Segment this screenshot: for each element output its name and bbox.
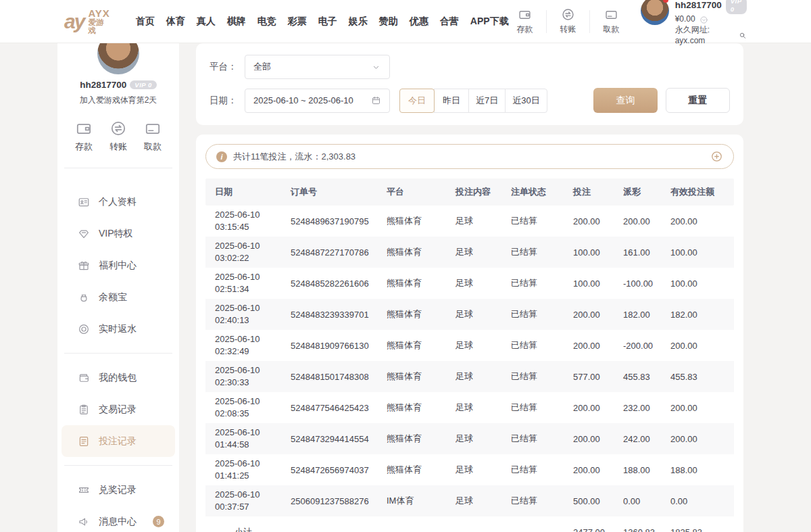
sidebar-item-label: 实时返水 — [99, 323, 137, 335]
range-button-昨日[interactable]: 昨日 — [434, 89, 469, 113]
sidebar-item-label: 余额宝 — [99, 291, 127, 304]
search-button[interactable]: 查询 — [593, 88, 658, 113]
cell-valid-amount: 200.00 — [661, 403, 734, 413]
cell-bet-content: 足球 — [446, 402, 501, 414]
nav-item[interactable]: APP下载 — [470, 16, 509, 28]
sidebar-item-prize-records[interactable]: 兑奖记录 — [62, 474, 175, 506]
nav-item[interactable]: 电子 — [318, 16, 337, 28]
table-subtotal-row: 小计————2477.001360.831825.83 — [205, 516, 734, 532]
header-action-label: 转账 — [560, 24, 576, 35]
header-action-transfer[interactable]: 转账 — [552, 7, 584, 35]
cell-bet-content: 足球 — [446, 370, 501, 383]
main-content: 平台： 全部 日期： 2025-06-10 ~ 2025-06-10 今日昨日近… — [196, 43, 743, 532]
nav-item[interactable]: 真人 — [197, 16, 216, 28]
sidebar-item-bet-records[interactable]: 投注记录 — [62, 425, 175, 457]
cell-date: 2025-06-1001:41:25 — [205, 458, 281, 481]
wallet-icon — [75, 120, 93, 137]
cell-order-number: 5248481501748308 — [281, 372, 377, 382]
main-nav: 首页体育真人棋牌电竞彩票电子娱乐赞助优惠合营APP下载 — [136, 16, 509, 28]
sidebar-item-wallet[interactable]: 我的钱包 — [62, 362, 175, 393]
sidebar-item-label: 消息中心 — [99, 516, 137, 528]
avatar[interactable] — [641, 0, 669, 25]
cell-order-number: 5248485282261606 — [281, 279, 377, 289]
header-action-deposit[interactable]: 存款 — [509, 7, 541, 35]
cell-valid-amount: 100.00 — [661, 247, 734, 258]
header-action-withdraw[interactable]: 取款 — [595, 7, 627, 35]
cell-bet-amount: 200.00 — [564, 310, 614, 320]
plus-circle-icon[interactable] — [710, 150, 723, 163]
unread-badge: 9 — [153, 516, 164, 527]
search-icon[interactable] — [739, 31, 747, 40]
nav-item[interactable]: 电竞 — [257, 16, 276, 28]
table-row: 2025-06-1003:15:455248489637190795熊猫体育足球… — [205, 205, 734, 237]
subtotal-label: 小计 — [205, 526, 281, 532]
range-button-今日[interactable]: 今日 — [399, 89, 435, 113]
sidebar-item-rebate[interactable]: 实时返水 — [62, 313, 175, 345]
sidebar-item-label: 个人资料 — [99, 196, 137, 208]
cell-order-number: 5248487227170786 — [281, 247, 377, 258]
divider — [64, 465, 172, 466]
cell-bet-amount: 100.00 — [564, 247, 614, 258]
sidebar-item-welfare[interactable]: 福利中心 — [62, 249, 175, 281]
nav-item[interactable]: 首页 — [136, 16, 155, 28]
welfare-icon — [78, 260, 90, 272]
cell-valid-amount: 200.00 — [661, 434, 734, 444]
reset-button[interactable]: 重置 — [666, 88, 730, 113]
cell-platform: 熊猫体育 — [377, 339, 446, 352]
cell-status: 已结算 — [501, 433, 564, 445]
sidebar-menu: 个人资料VIP特权福利中心余额宝实时返水我的钱包交易记录投注记录兑奖记录消息中心… — [57, 186, 179, 532]
range-button-近7日[interactable]: 近7日 — [468, 89, 506, 113]
table-row: 2025-06-1003:02:225248487227170786熊猫体育足球… — [205, 237, 734, 268]
brand-logo[interactable]: ay AYX 爱游戏 — [64, 8, 110, 35]
cell-bet-amount: 200.00 — [564, 216, 614, 226]
balance-chevron-icon[interactable] — [699, 16, 708, 24]
nav-item[interactable]: 棋牌 — [227, 16, 246, 28]
cell-valid-amount: 200.00 — [661, 341, 734, 351]
cell-platform: 熊猫体育 — [377, 246, 446, 258]
summary-bar: i 共计11笔投注，流水：2,303.83 — [205, 144, 734, 169]
cell-valid-amount: 188.00 — [661, 465, 734, 475]
sidebar-item-message-center[interactable]: 消息中心9 — [62, 506, 175, 532]
sidebar-item-vip[interactable]: VIP特权 — [62, 218, 175, 249]
date-range-value: 2025-06-10 ~ 2025-06-10 — [253, 95, 371, 105]
cell-valid-amount: 455.83 — [661, 372, 734, 382]
nav-item[interactable]: 体育 — [166, 16, 185, 28]
nav-item[interactable]: 娱乐 — [349, 16, 368, 28]
column-header: 日期 — [205, 186, 281, 198]
platform-select[interactable]: 全部 — [245, 55, 390, 79]
range-button-近30日[interactable]: 近30日 — [505, 89, 547, 113]
sidebar-item-profile[interactable]: 个人资料 — [62, 186, 175, 218]
subtotal-bet: 2477.00 — [564, 527, 614, 532]
sidebar-item-yuebao[interactable]: 余额宝 — [62, 281, 175, 313]
sidebar-item-label: 我的钱包 — [99, 372, 137, 384]
cell-status: 已结算 — [501, 215, 564, 227]
sidebar-item-label: 福利中心 — [99, 260, 137, 272]
cell-date: 2025-06-1001:44:58 — [205, 427, 281, 450]
cell-payout: 188.00 — [614, 465, 661, 475]
notification-dot-icon — [663, 0, 668, 3]
table-body: 2025-06-1003:15:455248489637190795熊猫体育足球… — [205, 205, 734, 532]
quick-action-transfer[interactable]: 转账 — [109, 120, 127, 153]
nav-item[interactable]: 赞助 — [379, 16, 398, 28]
cell-bet-content: 足球 — [446, 215, 501, 227]
cell-date: 2025-06-1002:32:49 — [205, 333, 281, 357]
cell-payout: 242.00 — [614, 434, 661, 444]
cell-order-number: 5248477546425423 — [281, 403, 377, 413]
cell-valid-amount: 200.00 — [661, 216, 734, 226]
cell-bet-amount: 200.00 — [564, 341, 614, 351]
cell-order-number: 5248483239339701 — [281, 310, 377, 320]
column-header: 订单号 — [281, 186, 377, 198]
date-range-input[interactable]: 2025-06-10 ~ 2025-06-10 — [245, 89, 390, 113]
quick-action-withdraw[interactable]: 取款 — [144, 120, 162, 153]
sidebar-item-transactions[interactable]: 交易记录 — [62, 393, 175, 425]
subtotal-content: —— — [446, 527, 501, 532]
nav-item[interactable]: 优惠 — [410, 16, 428, 28]
cell-date: 2025-06-1002:30:33 — [205, 364, 281, 388]
cell-bet-amount: 500.00 — [564, 496, 614, 506]
brand-subname: 爱游戏 — [88, 18, 109, 34]
platform-select-value: 全部 — [253, 61, 371, 73]
header-action-label: 取款 — [603, 24, 619, 35]
nav-item[interactable]: 彩票 — [288, 16, 307, 28]
quick-action-deposit[interactable]: 存款 — [75, 120, 93, 153]
nav-item[interactable]: 合营 — [440, 16, 459, 28]
